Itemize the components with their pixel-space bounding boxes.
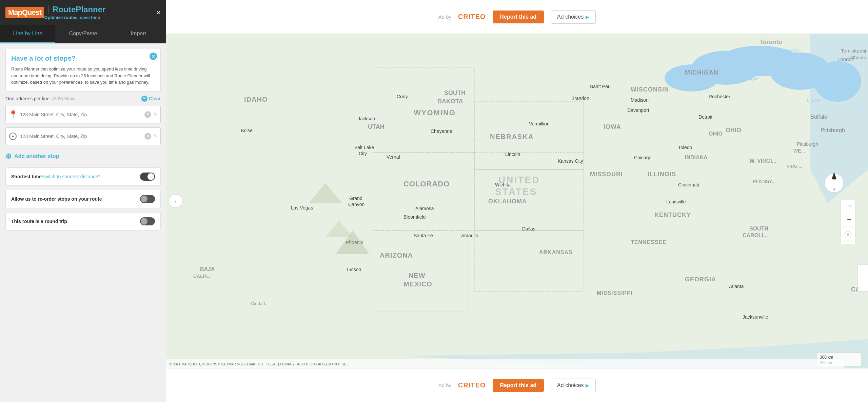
option-round-trip-label: This route is a round trip [11, 219, 67, 224]
svg-text:Kansas City: Kansas City [558, 158, 583, 164]
svg-text:Lincoln: Lincoln [505, 152, 520, 157]
svg-text:KENTUCKY: KENTUCKY [654, 212, 691, 218]
svg-text:STATES: STATES [495, 186, 537, 197]
svg-text:Rochester: Rochester [709, 94, 730, 99]
svg-text:Canyon: Canyon [348, 202, 364, 207]
svg-text:IDAHO: IDAHO [244, 96, 268, 103]
svg-text:−: − [847, 215, 851, 224]
svg-text:GEORGIA: GEORGIA [685, 276, 716, 283]
svg-text:Brandon: Brandon [571, 96, 589, 101]
svg-text:CALIF...: CALIF... [193, 274, 211, 279]
shortest-time-toggle[interactable] [140, 173, 155, 181]
ad-choices-bottom-button[interactable]: Ad choices ▶ [551, 379, 596, 392]
svg-text:WISCONSIN: WISCONSIN [631, 86, 669, 93]
svg-text:L. Michigan: L. Michigan [736, 76, 758, 81]
reorder-stops-toggle[interactable] [140, 195, 155, 203]
promo-box: Have a lot of stops? Route Planner can o… [5, 49, 161, 92]
ad-choices-top-button[interactable]: Ad choices ▶ [551, 10, 596, 24]
svg-text:L. Huron: L. Huron [776, 84, 793, 89]
map-background: IDAHO WYOMING UTAH COLORADO ARIZONA NEW … [166, 34, 868, 368]
svg-text:PENNSY...: PENNSY... [753, 179, 775, 184]
svg-text:Las Vegas: Las Vegas [291, 205, 313, 210]
stop-1-edit-icon[interactable]: ✎ [153, 111, 158, 118]
stop-2-actions: ✕ ✎ [144, 133, 158, 140]
svg-text:Wichita: Wichita [495, 182, 511, 187]
stop-input-1: 📍 ✕ ✎ [5, 106, 161, 123]
svg-text:ARKANSAS: ARKANSAS [539, 249, 573, 255]
app-subtitle: Optimize routes, save time [44, 15, 105, 20]
end-pin-icon: ● [8, 132, 17, 141]
svg-text:Ciudad...: Ciudad... [251, 301, 269, 306]
svg-text:Boise: Boise [241, 128, 253, 133]
clear-label: Clear [149, 96, 161, 101]
ad-choices-bottom-label: Ad choices [557, 382, 584, 388]
stop-2-edit-icon[interactable]: ✎ [153, 133, 158, 139]
svg-text:Buffalo: Buffalo [810, 114, 827, 120]
sidebar: MapQuest RoutePlanner Optimize routes, s… [0, 0, 166, 402]
stop-1-input[interactable] [20, 112, 142, 117]
svg-text:Amarillo: Amarillo [461, 233, 478, 238]
svg-text:Tucson: Tucson [346, 267, 361, 272]
address-line-label: One address per line. (2/26 Max) [5, 96, 75, 101]
svg-text:Bloomfield: Bloomfield [403, 214, 426, 220]
svg-text:WYOMING: WYOMING [414, 108, 456, 117]
svg-rect-114 [858, 264, 868, 292]
add-stop-button[interactable]: ⊕ Add another stop [5, 149, 161, 163]
svg-text:INDIANA: INDIANA [685, 155, 708, 160]
clear-button[interactable]: ✕ Clear [141, 96, 161, 102]
svg-text:+: + [848, 202, 852, 210]
close-button[interactable]: × [156, 9, 161, 16]
svg-text:DAKOTA: DAKOTA [437, 98, 463, 105]
svg-text:Grand: Grand [349, 196, 362, 201]
svg-text:IOWA: IOWA [604, 123, 621, 130]
route-word: Route [53, 5, 76, 14]
svg-text:NEBRASKA: NEBRASKA [490, 133, 534, 140]
svg-text:Santa Fe: Santa Fe [414, 233, 433, 238]
map-content[interactable]: IDAHO WYOMING UTAH COLORADO ARIZONA NEW … [166, 34, 868, 368]
option-round-trip: This route is a round trip [5, 212, 161, 230]
ad-choices-bottom-icon: ▶ [586, 383, 589, 388]
stop-input-2: ● ✕ ✎ [5, 127, 161, 145]
svg-text:OHIO: OHIO [709, 131, 723, 137]
tab-line-by-line[interactable]: Line by Line [0, 25, 55, 43]
ad-choices-top-icon: ▶ [586, 14, 589, 20]
stop-1-remove-button[interactable]: ✕ [144, 111, 151, 118]
svg-text:Madison: Madison [631, 97, 649, 103]
logo-area: MapQuest RoutePlanner Optimize routes, s… [5, 5, 105, 20]
stop-2-remove-button[interactable]: ✕ [144, 133, 151, 140]
svg-text:L. Ontario: L. Ontario [831, 81, 850, 86]
svg-text:© 2021 MAPQUEST, © OPENSTREETM: © 2021 MAPQUEST, © OPENSTREETMAP, © 2021… [170, 362, 349, 366]
stop-1-actions: ✕ ✎ [144, 111, 158, 118]
svg-text:Cincinnati: Cincinnati [678, 182, 699, 187]
svg-text:VIRGI...: VIRGI... [787, 164, 802, 169]
round-trip-toggle[interactable] [140, 217, 155, 225]
svg-text:CAROLI...: CAROLI... [743, 233, 768, 238]
svg-text:TENNESSEE: TENNESSEE [631, 239, 667, 245]
svg-text:Salt Lake: Salt Lake [354, 145, 374, 150]
report-ad-bottom-button[interactable]: Report this ad [493, 379, 544, 392]
promo-text: Route Planner can optimize your route so… [11, 66, 155, 86]
promo-close-button[interactable]: ✕ [150, 53, 157, 60]
clear-icon: ✕ [141, 96, 147, 102]
stop-2-input[interactable] [20, 134, 142, 139]
tab-copy-paste[interactable]: Copy/Paste [55, 25, 111, 43]
app-header: MapQuest RoutePlanner Optimize routes, s… [0, 0, 166, 25]
svg-text:SOUTH: SOUTH [444, 89, 466, 96]
svg-text:Toronto: Toronto [760, 39, 782, 45]
svg-text:Pittsburgh: Pittsburgh [821, 127, 845, 133]
route-planner-title: RoutePlanner Optimize routes, save time [44, 5, 105, 20]
tab-import[interactable]: Import [111, 25, 166, 43]
svg-text:Dallas: Dallas [522, 226, 535, 232]
svg-text:ARIZONA: ARIZONA [380, 252, 413, 259]
svg-text:COLORADO: COLORADO [403, 180, 450, 188]
svg-text:Jackson: Jackson [358, 116, 375, 121]
svg-text:Alamosa: Alamosa [415, 206, 434, 211]
svg-text:Detroit: Detroit [698, 114, 712, 120]
svg-text:WE...: WE... [793, 148, 805, 154]
route-planner-branding: RoutePlanner Optimize routes, save time [44, 5, 105, 20]
mapquest-logo: MapQuest [5, 7, 44, 18]
report-ad-top-button[interactable]: Report this ad [493, 11, 544, 23]
ad-by-bottom: Ad by [438, 382, 451, 388]
address-label-text: One address per line. [5, 96, 51, 101]
ad-bar-bottom: Ad by CRITEO Report this ad Ad choices ▶ [166, 368, 868, 402]
